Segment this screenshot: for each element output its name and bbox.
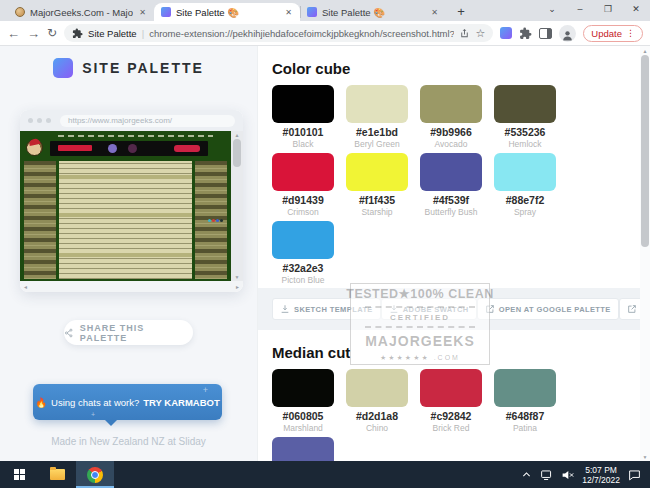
back-icon[interactable]: ← (7, 27, 20, 40)
volume-muted-icon[interactable] (561, 469, 574, 481)
windows-taskbar: 5:07 PM 12/7/2022 (0, 461, 650, 488)
scroll-left-icon[interactable]: ◄ (23, 284, 28, 290)
swatch-name: Brick Red (420, 423, 482, 433)
palette-main-panel: Color cube #010101Black#e1e1bdBeryl Gree… (258, 46, 650, 461)
clock-date: 12/7/2022 (582, 475, 620, 485)
color-swatch[interactable] (272, 437, 334, 461)
color-swatch[interactable] (346, 369, 408, 407)
window-dot-icon (28, 118, 33, 123)
swatch-hex: #e1e1bd (346, 126, 408, 138)
profile-avatar[interactable] (559, 25, 576, 42)
swatch-cell: #32a2e3Picton Blue (272, 221, 334, 285)
page-scroll-down-icon[interactable]: ▼ (643, 452, 648, 461)
swatch-name: Avocado (420, 139, 482, 149)
page-scrollbar[interactable]: ▲ ▼ (640, 46, 650, 461)
tab-title: Site Palette 🎨 (176, 7, 279, 18)
forward-icon[interactable]: → (27, 27, 40, 40)
preview-horizontal-scrollbar[interactable]: ◄ ► (20, 281, 243, 292)
swatch-name: Black (272, 139, 334, 149)
share-nodes-icon (64, 328, 74, 338)
promo-cta[interactable]: TRY KARMABOT (143, 397, 220, 408)
tab-search-chevron-icon[interactable]: ⌄ (538, 0, 566, 17)
mini-ad-button (174, 145, 200, 152)
color-swatch[interactable] (272, 153, 334, 191)
swatch-name: Crimson (272, 207, 334, 217)
sketch-template-button[interactable]: SKETCH TEMPLATE (272, 298, 381, 320)
file-explorer-button[interactable] (38, 461, 76, 488)
reload-icon[interactable]: ↻ (47, 27, 57, 39)
karmabot-promo-banner[interactable]: + + 🔥 Using chats at work? TRY KARMABOT (33, 384, 222, 420)
mini-section-header (59, 175, 192, 179)
scroll-up-icon[interactable]: ▲ (235, 132, 240, 138)
swatch-cell: #4f539fButterfly Bush (420, 153, 482, 217)
color-swatch[interactable] (346, 85, 408, 123)
side-panel-icon[interactable] (539, 28, 552, 39)
color-swatch[interactable] (272, 221, 334, 259)
color-swatch[interactable] (420, 85, 482, 123)
hidden-icons-chevron[interactable] (521, 470, 532, 479)
tab-close-icon[interactable]: ✕ (138, 7, 147, 18)
color-swatch[interactable] (494, 369, 556, 407)
tab-close-icon[interactable]: ✕ (284, 7, 293, 18)
browser-tab-1[interactable]: MajorGeeks.Com - MajorGeeks✕ (8, 3, 154, 21)
swatch-hex: #4f539f (420, 194, 482, 206)
swatch-name: Marshland (272, 423, 334, 433)
taskbar-clock[interactable]: 5:07 PM 12/7/2022 (582, 465, 620, 485)
extensions-puzzle-icon[interactable] (519, 27, 532, 40)
preview-vertical-scrollbar[interactable]: ▲ ▼ (231, 131, 243, 281)
share-palette-button[interactable]: SHARE THIS PALETTE (64, 320, 193, 345)
browser-tab-3[interactable]: Site Palette 🎨✕ (300, 3, 446, 21)
chrome-update-button[interactable]: Update ⋮ (583, 25, 643, 42)
adobe-swatch-button[interactable]: ADOBE SWATCH (381, 298, 477, 320)
action-center-icon[interactable] (628, 469, 641, 481)
majorgeeks-screenshot[interactable] (20, 131, 231, 281)
scrollbar-thumb[interactable] (233, 139, 241, 167)
section-title-color-cube: Color cube (272, 60, 650, 77)
color-swatch[interactable] (494, 153, 556, 191)
color-swatch[interactable] (420, 369, 482, 407)
tab-close-icon[interactable]: ✕ (430, 7, 439, 18)
restore-button[interactable]: ❐ (594, 0, 622, 17)
scroll-down-icon[interactable]: ▼ (235, 274, 240, 280)
browser-tab-2[interactable]: Site Palette 🎨✕ (154, 3, 300, 21)
swatch-hex: #32a2e3 (272, 262, 334, 274)
mini-left-column (24, 161, 56, 279)
color-swatch[interactable] (494, 85, 556, 123)
browser-toolbar: ← → ↻ Site Palette | chrome-extension://… (0, 21, 650, 46)
color-swatch[interactable] (272, 369, 334, 407)
color-swatch[interactable] (272, 85, 334, 123)
system-tray: 5:07 PM 12/7/2022 (521, 461, 650, 488)
page-scroll-up-icon[interactable]: ▲ (643, 46, 648, 55)
share-icon[interactable] (459, 28, 470, 39)
close-button[interactable]: ✕ (622, 0, 650, 17)
swatch-name: Patina (494, 423, 556, 433)
new-tab-button[interactable]: + (452, 2, 470, 20)
palette-sidebar: SITE PALETTE https://www.majorgeeks.com/ (0, 46, 258, 461)
network-icon[interactable] (540, 469, 553, 481)
mini-share-dots (208, 219, 223, 222)
color-swatch[interactable] (346, 153, 408, 191)
mini-columns (24, 161, 227, 279)
tab-title: MajorGeeks.Com - MajorGeeks (30, 7, 133, 18)
site-palette-extension-icon[interactable] (500, 27, 512, 39)
sparkle-icon: + (203, 385, 208, 395)
address-site-label: Site Palette (88, 28, 137, 39)
mini-ad-text (58, 145, 92, 151)
scroll-right-icon[interactable]: ► (235, 284, 240, 290)
open-at-google-palette-button[interactable]: OPEN AT GOOGLE PALETTE (477, 298, 619, 320)
bookmark-star-icon[interactable]: ☆ (475, 27, 485, 40)
chrome-taskbar-button[interactable] (76, 461, 114, 488)
minimize-button[interactable]: – (566, 0, 594, 17)
palette-favicon-icon (161, 7, 171, 17)
window-controls: ⌄ – ❐ ✕ (538, 0, 650, 17)
preview-browser-bar: https://www.majorgeeks.com/ (20, 110, 243, 131)
start-button[interactable] (0, 461, 38, 488)
sliday-link[interactable]: Sliday (179, 436, 206, 447)
color-swatch[interactable] (420, 153, 482, 191)
address-url[interactable]: chrome-extension://pekhihjiehdafocefoimc… (149, 28, 454, 39)
address-bar[interactable]: Site Palette | chrome-extension://pekhih… (64, 24, 493, 42)
site-palette-logo-icon (53, 58, 73, 78)
footer-text: Made in New Zealand NZ at (51, 436, 176, 447)
page-scrollbar-thumb[interactable] (641, 55, 649, 247)
swatch-cell: #d2d1a8Chino (346, 369, 408, 433)
